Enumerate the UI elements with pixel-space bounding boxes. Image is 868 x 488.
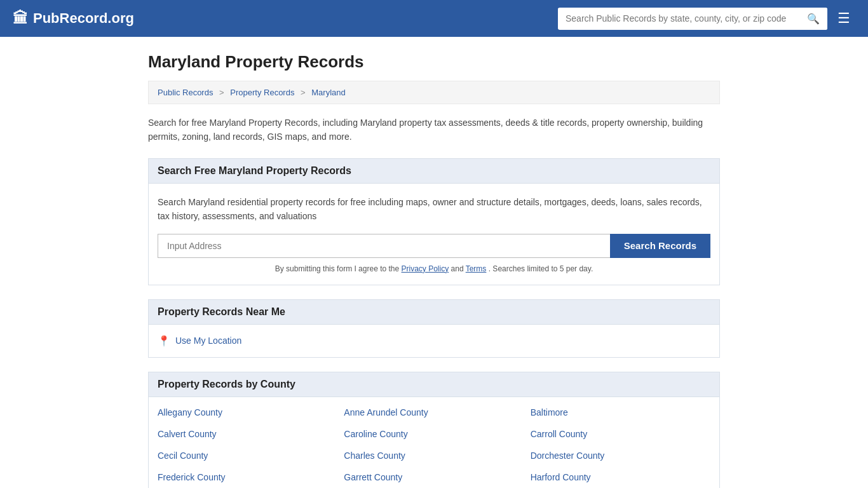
counties-section: Property Records by County Allegany Coun… (148, 372, 720, 488)
header-right: 🔍 ☰ (558, 8, 855, 30)
location-icon: 📍 (158, 335, 170, 347)
counties-section-header: Property Records by County (148, 372, 720, 397)
site-logo[interactable]: 🏛 PubRecord.org (13, 10, 134, 27)
county-link[interactable]: Cecil County (158, 451, 337, 461)
page-description: Search for free Maryland Property Record… (148, 116, 720, 144)
logo-icon: 🏛 (13, 10, 28, 27)
county-link[interactable]: Anne Arundel County (344, 407, 524, 417)
county-link[interactable]: Caroline County (344, 429, 524, 439)
county-link[interactable]: Harford County (531, 472, 710, 482)
main-content: Maryland Property Records Public Records… (135, 37, 733, 488)
county-link[interactable]: Baltimore (531, 407, 710, 417)
breadcrumb-property-records[interactable]: Property Records (230, 88, 294, 97)
county-link[interactable]: Allegany County (158, 407, 337, 417)
header-search-input[interactable] (558, 8, 799, 29)
near-me-section: Property Records Near Me 📍 Use My Locati… (148, 299, 720, 358)
breadcrumb-maryland[interactable]: Maryland (311, 88, 345, 97)
search-section-description: Search Maryland residential property rec… (158, 195, 710, 224)
breadcrumb: Public Records > Property Records > Mary… (148, 81, 720, 104)
site-header: 🏛 PubRecord.org 🔍 ☰ (0, 0, 868, 37)
terms-link[interactable]: Terms (466, 264, 487, 273)
use-my-location-link[interactable]: 📍 Use My Location (158, 335, 710, 347)
logo-text: PubRecord.org (33, 10, 134, 27)
search-icon: 🔍 (807, 13, 820, 24)
search-records-button[interactable]: Search Records (610, 234, 710, 258)
address-input[interactable] (158, 234, 610, 258)
breadcrumb-sep-2: > (301, 88, 306, 97)
county-link[interactable]: Dorchester County (531, 451, 710, 461)
page-title: Maryland Property Records (148, 52, 720, 72)
county-link[interactable]: Charles County (344, 451, 524, 461)
county-link[interactable]: Carroll County (531, 429, 710, 439)
disclaimer-text: By submitting this form I agree to the (275, 264, 402, 273)
search-section-header: Search Free Maryland Property Records (148, 158, 720, 184)
location-label: Use My Location (175, 336, 241, 346)
search-row: Search Records (158, 234, 710, 258)
counties-body: Allegany CountyAnne Arundel CountyBaltim… (148, 397, 720, 488)
breadcrumb-public-records[interactable]: Public Records (158, 88, 213, 97)
counties-grid: Allegany CountyAnne Arundel CountyBaltim… (158, 407, 710, 488)
county-link[interactable]: Calvert County (158, 429, 337, 439)
header-search-wrap: 🔍 (558, 8, 827, 30)
near-me-section-header: Property Records Near Me (148, 299, 720, 325)
form-disclaimer: By submitting this form I agree to the P… (158, 264, 710, 273)
menu-icon: ☰ (837, 10, 850, 26)
hamburger-menu-button[interactable]: ☰ (832, 9, 855, 28)
breadcrumb-sep-1: > (219, 88, 224, 97)
header-search-button[interactable]: 🔍 (799, 8, 827, 30)
search-section-body: Search Maryland residential property rec… (148, 184, 720, 285)
searches-note: . Searches limited to 5 per day. (489, 264, 593, 273)
county-link[interactable]: Garrett County (344, 472, 524, 482)
and-text: and (451, 264, 466, 273)
county-link[interactable]: Frederick County (158, 472, 337, 482)
privacy-policy-link[interactable]: Privacy Policy (402, 264, 449, 273)
near-me-body: 📍 Use My Location (148, 325, 720, 358)
